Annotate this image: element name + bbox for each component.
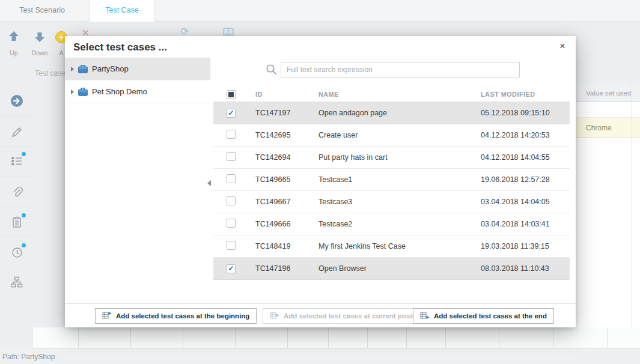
row-checkbox[interactable] — [227, 264, 236, 273]
table-row[interactable]: TC149666 Testcase2 03.04.2018 14:03:41 — [213, 213, 570, 235]
testcase-id: TC142695 — [255, 131, 318, 139]
row-checkbox[interactable] — [227, 152, 236, 161]
search-input[interactable] — [281, 62, 520, 77]
testcase-name: Testcase2 — [318, 220, 481, 228]
sidebar-divider — [0, 177, 33, 177]
dialog-footer: Add selected test cases at the beginning… — [65, 303, 576, 327]
folder-tree: PartyShop Pet Shop Demo — [65, 58, 210, 103]
testcase-name: My first Jenkins Test Case — [318, 242, 481, 250]
attachment-icon[interactable] — [10, 186, 23, 199]
test-case-table: ID NAME LAST MODIFIED TC147197 Open anda… — [213, 86, 570, 280]
tab-test-scenario[interactable]: Test Scenario — [6, 0, 78, 21]
testcase-id: TC148419 — [255, 242, 318, 250]
tree-item-label: PartyShop — [92, 64, 129, 73]
select-all-cell — [213, 89, 255, 100]
checkbox-cell — [213, 196, 255, 207]
history-icon[interactable] — [10, 246, 23, 259]
testcase-modified: 04.12.2018 14:20:53 — [481, 131, 570, 139]
testcase-modified: 04.12.2018 14:04:55 — [481, 153, 570, 162]
checkbox-cell — [213, 109, 255, 118]
status-path: Path: PartyShop — [2, 353, 55, 361]
table-row[interactable]: TC148419 My first Jenkins Test Case 19.0… — [213, 235, 570, 258]
hierarchy-icon[interactable] — [10, 276, 23, 289]
application-window: Test Scenario Test Case Up Down + A ✕ ⟳ … — [0, 0, 640, 364]
testcase-name: Put party hats in cart — [318, 153, 481, 162]
tree-item-label: Pet Shop Demo — [92, 87, 147, 96]
expander-icon[interactable] — [71, 89, 74, 94]
testcase-id: TC142694 — [255, 153, 318, 162]
value-set-used-header: Value set used — [576, 84, 640, 102]
status-bar: Path: PartyShop — [0, 348, 640, 364]
add-table-icon — [420, 311, 430, 321]
collapse-panel-icon[interactable] — [207, 180, 211, 186]
row-checkbox[interactable] — [227, 219, 236, 228]
table-row[interactable]: TC142694 Put party hats in cart 04.12.20… — [213, 147, 570, 169]
row-checkbox[interactable] — [227, 196, 236, 205]
add-table-icon — [270, 311, 279, 321]
table-row[interactable]: TC149665 Testcase1 19.06.2018 12:57:28 — [213, 169, 570, 191]
checklist-icon[interactable] — [10, 216, 23, 229]
testcase-name: Open andagon page — [318, 109, 481, 117]
value-set-cell-chrome[interactable]: Chrome — [576, 118, 640, 138]
table-row[interactable]: TC142695 Create user 04.12.2018 14:20:53 — [213, 124, 570, 147]
grid-column-border — [632, 84, 632, 348]
testcase-modified: 19.03.2018 11:39:15 — [481, 242, 570, 250]
move-down-icon[interactable] — [34, 31, 46, 46]
testcase-id: TC149666 — [255, 220, 318, 228]
close-icon[interactable]: × — [557, 39, 568, 53]
folder-icon — [78, 88, 88, 96]
grid-body — [576, 138, 640, 327]
expander-icon[interactable] — [71, 67, 74, 71]
grid-empty-row — [576, 102, 640, 118]
test-step-list-icon[interactable] — [10, 154, 23, 168]
sidebar-divider — [0, 147, 33, 147]
table-row[interactable]: TC147197 Open andagon page 05.12.2018 09… — [213, 102, 570, 124]
notification-dot — [22, 152, 26, 156]
testcase-modified: 08.03.2018 11:10:43 — [481, 264, 570, 273]
testcase-name: Testcase3 — [318, 198, 481, 206]
sidebar-divider — [0, 117, 33, 117]
column-header-name[interactable]: NAME — [318, 91, 481, 98]
row-checkbox[interactable] — [227, 109, 236, 118]
go-to-icon[interactable] — [10, 94, 23, 108]
tab-bar: Test Scenario Test Case — [0, 0, 640, 22]
move-up-icon[interactable] — [8, 30, 20, 44]
testcase-id: TC147196 — [255, 264, 318, 273]
checkbox-cell — [213, 241, 255, 252]
row-checkbox[interactable] — [227, 130, 236, 139]
sidebar-divider — [0, 267, 33, 267]
add-at-current-position-button[interactable]: Add selected test cases at current posit… — [263, 308, 432, 324]
notification-dot — [22, 243, 26, 247]
testcase-modified: 05.12.2018 09:15:10 — [481, 109, 570, 117]
column-header-id[interactable]: ID — [255, 91, 318, 98]
testcase-modified: 03.04.2018 14:03:41 — [481, 220, 570, 228]
data-grid-row — [33, 327, 640, 348]
add-at-end-button[interactable]: Add selected test cases at the end — [413, 308, 554, 324]
checkbox-cell — [213, 264, 255, 273]
move-up-label: Up — [8, 49, 20, 56]
edit-icon[interactable] — [10, 126, 23, 139]
tree-item-partyshop[interactable]: PartyShop — [65, 58, 210, 80]
row-checkbox[interactable] — [227, 174, 236, 183]
testcase-name: Testcase1 — [318, 175, 481, 184]
tree-item-pet-shop-demo[interactable]: Pet Shop Demo — [65, 80, 210, 103]
testcase-name: Open Browser — [318, 264, 481, 273]
add-at-beginning-button[interactable]: Add selected test cases at the beginning — [95, 308, 257, 324]
select-all-checkbox[interactable] — [227, 90, 236, 99]
table-row[interactable]: TC147196 Open Browser 08.03.2018 11:10:4… — [213, 258, 570, 280]
dialog-title: Select test cases ... — [73, 41, 167, 53]
testcase-modified: 19.06.2018 12:57:28 — [481, 175, 570, 184]
checkbox-cell — [213, 219, 255, 229]
table-row[interactable]: TC149667 Testcase3 03.04.2018 14:04:05 — [213, 191, 570, 213]
search-icon — [265, 63, 278, 78]
testcase-id: TC149665 — [255, 175, 318, 184]
add-table-icon — [102, 311, 112, 321]
button-label: Add selected test cases at the end — [434, 312, 547, 320]
tab-test-case[interactable]: Test Case — [89, 0, 155, 22]
column-header-last-modified[interactable]: LAST MODIFIED — [481, 91, 570, 98]
notification-dot — [22, 213, 26, 217]
row-checkbox[interactable] — [227, 241, 236, 250]
folder-icon — [78, 65, 88, 73]
table-header: ID NAME LAST MODIFIED — [213, 86, 570, 102]
move-down-label: Down — [30, 49, 49, 56]
